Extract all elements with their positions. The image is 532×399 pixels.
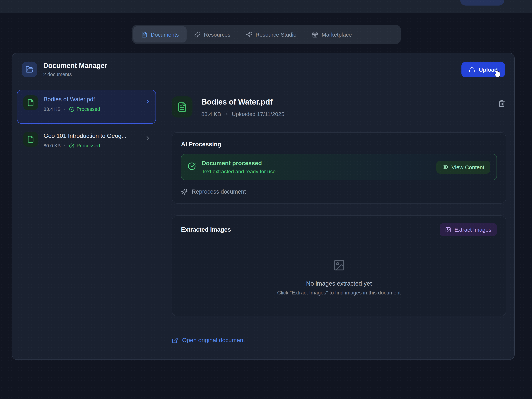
tab-documents[interactable]: Documents: [133, 26, 187, 43]
empty-state-caption: Click "Extract Images" to find images in…: [277, 290, 401, 296]
status-badge: Processed: [69, 106, 100, 112]
document-size: 83.4 KB: [201, 111, 221, 117]
document-uploaded: Uploaded 17/11/2025: [232, 111, 285, 117]
section-title: Extracted Images: [181, 226, 231, 233]
file-chip: [23, 95, 38, 110]
file-chip: [23, 132, 38, 147]
status-badge: Processed: [69, 143, 100, 149]
file-chip-large: [172, 96, 192, 117]
extract-images-button[interactable]: Extract Images: [440, 223, 497, 236]
extracted-images-section: Extracted Images Extract Images No image…: [172, 215, 506, 316]
folder-chip: [22, 62, 37, 77]
dot-separator: [64, 109, 66, 110]
cutoff-top-button[interactable]: [460, 0, 504, 6]
images-empty-state: No images extracted yet Click "Extract I…: [181, 259, 497, 296]
upload-icon: [469, 66, 475, 73]
document-manager-panel: Document Manager 2 documents Upload Bodi…: [12, 53, 515, 360]
store-icon: [312, 31, 318, 38]
tab-label: Resource Studio: [255, 31, 297, 38]
section-title: AI Processing: [181, 141, 497, 148]
tab-label: Resources: [204, 31, 230, 38]
document-item-text: Bodies of Water.pdf 83.4 KB Processed: [44, 95, 100, 118]
sparkles-icon: [181, 188, 188, 195]
delete-document-button[interactable]: [498, 100, 505, 109]
eye-icon: [442, 164, 448, 170]
circle-check-icon: [188, 162, 196, 172]
footer-link-row: Open original document: [172, 329, 506, 344]
document-manager-body: Bodies of Water.pdf 83.4 KB Processed: [12, 86, 514, 360]
document-list-item[interactable]: Geo 101 Introduction to Geog... 80.0 KB …: [17, 126, 156, 160]
external-link-icon: [172, 337, 178, 343]
document-detail-meta: 83.4 KB Uploaded 17/11/2025: [201, 111, 284, 117]
file-text-icon: [177, 102, 187, 112]
document-name: Geo 101 Introduction to Geog...: [44, 133, 126, 139]
mouse-cursor-pointer: [494, 69, 502, 78]
status-label: Processed: [77, 143, 100, 149]
circle-check-icon: [69, 107, 75, 112]
document-title: Bodies of Water.pdf: [201, 98, 284, 106]
dot-separator: [226, 114, 227, 114]
document-meta: 83.4 KB Processed: [44, 106, 100, 112]
empty-state-title: No images extracted yet: [306, 280, 372, 287]
file-icon: [27, 136, 34, 143]
ai-processing-section: AI Processing Document processed Text ex…: [172, 132, 506, 203]
reprocess-label: Reprocess document: [192, 188, 246, 195]
view-content-label: View Content: [451, 164, 484, 170]
extract-images-label: Extract Images: [454, 227, 491, 233]
trash-icon: [498, 100, 505, 108]
extracted-images-header: Extracted Images Extract Images: [181, 223, 497, 236]
open-original-label: Open original document: [182, 337, 245, 344]
folder-open-icon: [25, 65, 34, 74]
top-bar: [0, 0, 532, 13]
status-label: Processed: [77, 106, 100, 112]
tab-resources[interactable]: Resources: [187, 26, 238, 43]
dot-separator: [64, 145, 66, 146]
detail-header: Bodies of Water.pdf 83.4 KB Uploaded 17/…: [172, 96, 506, 117]
link-icon: [194, 31, 201, 38]
circle-check-icon: [69, 143, 75, 148]
document-size: 83.4 KB: [44, 106, 61, 112]
tab-label: Documents: [151, 31, 179, 38]
file-text-icon: [141, 31, 147, 38]
tab-resource-studio[interactable]: Resource Studio: [238, 26, 304, 43]
document-manager-header: Document Manager 2 documents Upload: [12, 53, 514, 86]
tab-marketplace[interactable]: Marketplace: [304, 26, 360, 43]
status-text: Document processed Text extracted and re…: [202, 160, 276, 174]
document-list: Bodies of Water.pdf 83.4 KB Processed: [12, 86, 160, 360]
header-text: Document Manager 2 documents: [43, 62, 107, 77]
page-title: Document Manager: [43, 62, 107, 70]
reprocess-document-button[interactable]: Reprocess document: [181, 188, 246, 195]
image-placeholder-icon: [333, 259, 345, 273]
document-meta: 80.0 KB Processed: [44, 143, 126, 149]
chevron-right-icon: [145, 98, 151, 106]
view-content-button[interactable]: View Content: [436, 160, 490, 173]
document-name: Bodies of Water.pdf: [44, 96, 100, 103]
documents-count: 2 documents: [43, 72, 107, 77]
status-title: Document processed: [202, 160, 276, 166]
detail-header-text: Bodies of Water.pdf 83.4 KB Uploaded 17/…: [201, 96, 284, 117]
image-icon: [445, 227, 451, 233]
main-tab-bar: Documents Resources Resource Studio Mark…: [132, 25, 401, 44]
document-list-item[interactable]: Bodies of Water.pdf 83.4 KB Processed: [17, 90, 156, 124]
processing-status-box: Document processed Text extracted and re…: [181, 154, 497, 180]
file-icon: [27, 99, 34, 106]
document-size: 80.0 KB: [44, 143, 61, 149]
document-detail-panel: Bodies of Water.pdf 83.4 KB Uploaded 17/…: [160, 86, 514, 360]
sparkles-icon: [246, 31, 252, 38]
document-item-text: Geo 101 Introduction to Geog... 80.0 KB …: [44, 132, 126, 155]
status-subtitle: Text extracted and ready for use: [202, 168, 276, 174]
tab-label: Marketplace: [322, 31, 352, 38]
page: Documents Resources Resource Studio Mark…: [0, 0, 532, 399]
open-original-link[interactable]: Open original document: [172, 337, 245, 344]
chevron-right-icon: [145, 135, 151, 143]
